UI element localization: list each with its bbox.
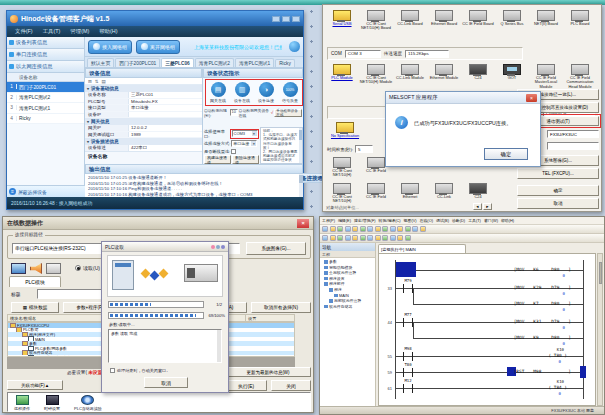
sidebar-panel-header[interactable]: 串口连接信息	[7, 49, 84, 61]
com-port-select[interactable]: COM3	[232, 130, 258, 137]
menu-item[interactable]: 工具(T)	[468, 218, 481, 223]
interval-input[interactable]: 10	[230, 109, 238, 116]
speed-select[interactable]: 115.2Kbps	[405, 50, 449, 58]
plc-interface-cell[interactable]: Ethernet Module	[427, 64, 461, 89]
close-icon[interactable]: ×	[297, 219, 309, 228]
no-contact[interactable]	[403, 368, 413, 377]
tel-fxcpu-button[interactable]: TEL (FXCPU)...	[517, 168, 599, 179]
toolbar-icon[interactable]	[382, 235, 388, 241]
toolbar-icon[interactable]	[337, 226, 343, 232]
titlebar[interactable]: Hinode设备管理客户端 v1.5	[7, 11, 303, 26]
device-tab[interactable]: Ricky	[275, 59, 295, 67]
no-contact[interactable]	[403, 352, 413, 361]
device-row[interactable]: 4 Ricky	[7, 114, 84, 125]
toolbar-icon[interactable]	[397, 235, 403, 241]
mov-instruction[interactable]: MOV K29 D79	[514, 285, 571, 290]
timer-coil[interactable]: T80	[548, 353, 567, 358]
document-tab[interactable]: [监视执行中] MAIN	[378, 244, 466, 253]
remote-operation-item[interactable]: 远程操作	[14, 394, 30, 410]
menu-item[interactable]: 调试(B)	[436, 218, 449, 223]
group-basic-info[interactable]: 设备基础信息	[85, 85, 202, 92]
other-station-cell[interactable]: CC IE Cont NET/10(H)	[325, 157, 359, 178]
toolbar-icon[interactable]	[330, 226, 336, 232]
menu-item[interactable]: 帮助(H)	[95, 28, 121, 35]
mov-instruction[interactable]: MOV K9 D80	[514, 335, 571, 340]
device-tab[interactable]: 西门子200PLC01	[115, 58, 160, 67]
maximize-button[interactable]	[282, 16, 290, 22]
cancel-button[interactable]: 取消	[144, 377, 188, 388]
rail-cursor[interactable]	[580, 366, 586, 378]
toolbar-icon[interactable]	[375, 226, 381, 232]
no-contact[interactable]	[403, 384, 413, 393]
no-contact[interactable]	[403, 284, 413, 293]
menu-item[interactable]: 窗口(W)	[484, 218, 498, 223]
related-functions-button[interactable]: 关联功能(F)▲	[7, 380, 63, 390]
toolbar-icon[interactable]	[375, 235, 381, 241]
toolbar-icon[interactable]	[397, 226, 403, 232]
mask-selected-device-bar[interactable]: ≡ 屏蔽选择设备	[7, 185, 85, 197]
plc-interface-cell[interactable]: CC IE Cont NET/10(H) Module	[359, 64, 393, 89]
plc-interface-cell[interactable]: CC IE Field Communication Head Module	[563, 64, 597, 89]
close-button[interactable]	[292, 16, 300, 22]
timer-coil[interactable]: T84	[548, 385, 567, 390]
operation-radio[interactable]: 读取(U)	[75, 265, 100, 271]
sort-icon[interactable]: ⇅	[95, 79, 99, 84]
menu-item[interactable]: 在线(O)	[420, 218, 433, 223]
toolbar-icon[interactable]	[322, 226, 328, 232]
toolbar-icon[interactable]	[337, 235, 343, 241]
toolbar-icon[interactable]	[345, 226, 351, 232]
rst-instruction[interactable]: RST M98	[514, 369, 571, 374]
selected-cell-cursor[interactable]	[396, 262, 416, 277]
close-button[interactable]: 关闭	[271, 380, 311, 391]
toolbar-icon[interactable]	[352, 235, 358, 241]
toolbar-icon[interactable]	[405, 235, 411, 241]
device-row[interactable]: 3 海青PLC测试1	[7, 103, 84, 114]
pc-interface-cell[interactable]: PLC Board	[563, 10, 597, 31]
plc-module-tab[interactable]: PLC模块	[9, 276, 61, 287]
manual-detect-button[interactable]: 手动检测设备在线	[274, 109, 302, 117]
categorize-icon[interactable]: ⊞	[88, 79, 92, 84]
join-network-button[interactable]: 接入网络组	[88, 40, 132, 54]
pc-interface-cell[interactable]: Ethernet Board	[427, 10, 461, 31]
plc-interface-cell[interactable]: C24	[461, 64, 495, 89]
no-specification-cell[interactable]: No Specification	[325, 122, 365, 138]
auto-detect-check[interactable]: √	[271, 110, 273, 115]
ok-button[interactable]: 确定	[517, 185, 599, 196]
menu-item[interactable]: 文件(F)	[11, 28, 37, 35]
toolbar-icon[interactable]	[382, 226, 388, 232]
toolbar-icon[interactable]	[420, 226, 426, 232]
group-description-info[interactable]: 设备描述信息	[85, 138, 202, 145]
note-scrollbar[interactable]	[299, 128, 302, 163]
pc-interface-cell[interactable]: CC IE Field Board	[461, 10, 495, 31]
delete-channel-button[interactable]: 删除连接通道	[232, 155, 259, 164]
leave-network-button[interactable]: 离开网络组	[136, 40, 180, 54]
group-gateway-info[interactable]: 网关信息	[85, 118, 202, 125]
pc-interface-cell[interactable]: NET(II) Board	[529, 10, 563, 31]
timeout-input[interactable]: 5	[355, 145, 373, 153]
plc-memory-clear-item[interactable]: PLC存储器清除	[74, 394, 102, 410]
pc-interface-cell[interactable]: CC-Link Board	[393, 10, 427, 31]
mov-instruction[interactable]: MOV K7 D80	[514, 301, 571, 306]
toolbar-icon[interactable]	[390, 226, 396, 232]
plc-interface-cell[interactable]: GOT	[495, 64, 529, 89]
melsoft-titlebar[interactable]: MELSOFT 应用程序 ×	[386, 92, 540, 104]
build-channel-button[interactable]: 构建连接通道	[204, 155, 231, 164]
device-tab[interactable]: 海青PLC测试1	[235, 58, 274, 67]
menu-item[interactable]: 工程(P)	[322, 218, 335, 223]
list-icon[interactable]: ▤	[102, 79, 106, 84]
network-route-cell[interactable]: Ethernet	[393, 183, 427, 204]
menu-item[interactable]: 转换/编译(C)	[379, 218, 401, 223]
auto-close-checkbox[interactable]	[110, 368, 115, 373]
network-route-cell[interactable]: CC IE Field	[359, 183, 393, 204]
system-image-button[interactable]: 系统图像(G)...	[246, 242, 306, 255]
menu-item[interactable]: 编辑(E)	[338, 218, 351, 223]
pc-interface-cell[interactable]: Serial USB	[325, 10, 359, 31]
log-scrollbar[interactable]	[299, 174, 303, 199]
project-tree-item[interactable]: 软元件存储器	[321, 304, 374, 310]
menu-item[interactable]: 帮助(H)	[501, 218, 514, 223]
pc-interface-cell[interactable]: CC IE Cont NET/10(H) Board	[359, 10, 393, 31]
melsoft-ok-button[interactable]: 确定	[484, 148, 528, 160]
cancel-button[interactable]: 取消	[517, 198, 599, 209]
nav-left-button[interactable]: ◂	[473, 203, 482, 210]
toolbar-icon[interactable]	[352, 226, 358, 232]
